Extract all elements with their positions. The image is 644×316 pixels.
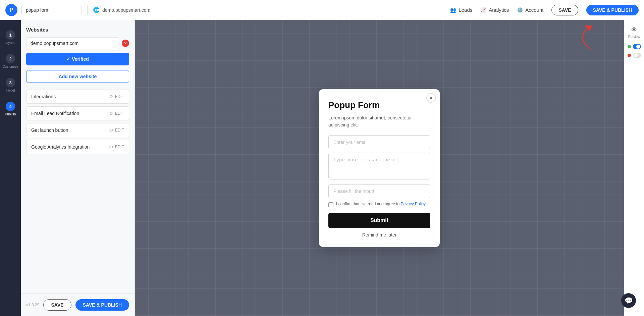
nav-leads[interactable]: 👥 Leads xyxy=(450,7,472,13)
leads-label: Leads xyxy=(459,7,472,13)
header-divider xyxy=(87,5,88,15)
globe-icon: 🌐 xyxy=(93,7,100,13)
popup-checkbox-row: I confirm that I've read and agree to Pr… xyxy=(328,202,430,207)
sidebar-save-button[interactable]: SAVE xyxy=(43,299,71,311)
nav-account[interactable]: ⚙️ Account xyxy=(517,7,543,13)
step-2-label: Customize xyxy=(2,65,18,68)
privacy-policy-link[interactable]: Privacy Policy xyxy=(400,202,425,206)
toggle-red-dot xyxy=(628,54,631,57)
step-3-label: Target xyxy=(6,89,15,92)
sidebar-steps: 1 Layouts 2 Customize 3 Target 4 Publish xyxy=(0,20,21,316)
step-2-circle: 2 xyxy=(6,54,15,63)
popup-submit-button[interactable]: Submit xyxy=(328,213,430,228)
step-layouts[interactable]: 1 Layouts xyxy=(1,27,19,48)
integration-item-integrations[interactable]: Integrations ⚙ EDIT xyxy=(26,90,129,104)
integration-label-launch: Get launch button xyxy=(31,127,68,133)
integration-label: Integrations xyxy=(31,94,56,99)
popup-privacy-checkbox[interactable] xyxy=(328,202,333,207)
account-label: Account xyxy=(525,7,543,13)
gear-icon-3: ⚙ xyxy=(109,144,113,150)
canvas-area: ✕ Popup Form Lorem ipsum dolor sit amet,… xyxy=(135,20,624,316)
nav-analytics[interactable]: 📈 Analytics xyxy=(480,7,509,13)
popup-message-input[interactable] xyxy=(328,153,430,179)
main-area: 1 Layouts 2 Customize 3 Target 4 Publish… xyxy=(0,20,644,316)
integration-edit-integrations[interactable]: ⚙ EDIT xyxy=(109,94,124,99)
toggle-green-dot xyxy=(628,45,631,48)
step-customize[interactable]: 2 Customize xyxy=(1,51,19,72)
toggle-row-red xyxy=(628,53,641,58)
analytics-icon: 📈 xyxy=(480,7,487,13)
header-nav: 👥 Leads 📈 Analytics ⚙️ Account SAVE SAVE… xyxy=(450,5,639,15)
gear-icon-2: ⚙ xyxy=(109,127,113,133)
right-panel: 👁 Preview xyxy=(624,20,644,316)
gear-icon-0: ⚙ xyxy=(109,94,113,99)
chat-icon: 💬 xyxy=(625,297,633,305)
preview-label: Preview xyxy=(628,35,640,39)
websites-title: Websites xyxy=(26,27,129,33)
version-text: v1.3.29 xyxy=(26,303,39,307)
leads-icon: 👥 xyxy=(450,7,457,13)
step-3-circle: 3 xyxy=(6,78,15,87)
integration-edit-analytics[interactable]: ⚙ EDIT xyxy=(109,144,124,150)
integration-item-email[interactable]: Email Lead Notification ⚙ EDIT xyxy=(26,106,129,120)
step-publish[interactable]: 4 Publish xyxy=(1,98,19,119)
account-icon: ⚙️ xyxy=(517,7,523,13)
verified-button[interactable]: ✓ Verified xyxy=(26,53,129,65)
website-url-input[interactable] xyxy=(26,37,119,49)
toggle-on-switch[interactable] xyxy=(633,44,641,49)
sidebar-panel: Websites ✕ ✓ Verified Add new website In… xyxy=(21,20,135,316)
toggle-knob-on xyxy=(636,45,640,49)
add-website-button[interactable]: Add new website xyxy=(26,70,129,83)
popup-title: Popup Form xyxy=(328,100,430,110)
header-url: demo.popupsmart.com xyxy=(102,7,150,13)
toggle-knob-off xyxy=(634,53,638,57)
header: P 🌐 demo.popupsmart.com 👥 Leads 📈 Analyt… xyxy=(0,0,644,20)
save-publish-button[interactable]: SAVE & PUBLISH xyxy=(586,5,639,15)
integration-edit-launch[interactable]: ⚙ EDIT xyxy=(109,127,124,133)
sidebar-bottom: v1.3.29 SAVE SAVE & PUBLISH xyxy=(21,294,135,316)
chat-button[interactable]: 💬 xyxy=(621,293,636,308)
popup-close-button[interactable]: ✕ xyxy=(426,93,436,103)
step-4-circle: 4 xyxy=(6,102,15,111)
website-clear-button[interactable]: ✕ xyxy=(122,40,129,47)
edit-label-1: EDIT xyxy=(115,111,124,116)
step-1-circle: 1 xyxy=(6,30,15,40)
edit-label-2: EDIT xyxy=(115,128,124,133)
popup-fill-input[interactable] xyxy=(328,184,430,198)
header-url-area: 🌐 demo.popupsmart.com xyxy=(93,7,446,13)
gear-icon-1: ⚙ xyxy=(109,111,113,116)
popup-email-input[interactable] xyxy=(328,135,430,149)
sidebar-save-publish-button[interactable]: SAVE & PUBLISH xyxy=(75,299,129,311)
eye-icon: 👁 xyxy=(631,26,638,34)
integration-edit-email[interactable]: ⚙ EDIT xyxy=(109,111,124,116)
arrow-annotation xyxy=(570,25,597,54)
popup-checkbox-label: I confirm that I've read and agree to Pr… xyxy=(336,202,427,206)
analytics-label: Analytics xyxy=(489,7,509,13)
save-button[interactable]: SAVE xyxy=(551,5,578,15)
website-input-row: ✕ xyxy=(26,37,129,49)
integration-label-email: Email Lead Notification xyxy=(31,111,79,116)
step-target[interactable]: 3 Target xyxy=(1,74,19,96)
popup-modal: ✕ Popup Form Lorem ipsum dolor sit amet,… xyxy=(319,89,440,247)
edit-label-0: EDIT xyxy=(115,94,124,99)
integration-item-launch[interactable]: Get launch button ⚙ EDIT xyxy=(26,123,129,137)
toggle-row-green xyxy=(628,44,641,49)
app-logo: P xyxy=(5,4,17,16)
integration-item-analytics[interactable]: Google Analytics Integration ⚙ EDIT xyxy=(26,140,129,154)
popup-remind-link[interactable]: Remind me later xyxy=(328,232,430,238)
sidebar-panel-content: Websites ✕ ✓ Verified Add new website In… xyxy=(21,20,135,294)
popup-description: Lorem ipsum dolor sit amet, consectetur … xyxy=(328,114,430,128)
step-1-label: Layouts xyxy=(4,41,16,45)
toggle-off-switch[interactable] xyxy=(633,53,641,58)
step-4-label: Publish xyxy=(5,112,16,116)
popup-title-input[interactable] xyxy=(21,5,82,15)
preview-button[interactable]: 👁 Preview xyxy=(626,24,642,41)
integration-label-analytics: Google Analytics Integration xyxy=(31,144,90,150)
edit-label-3: EDIT xyxy=(115,145,124,149)
